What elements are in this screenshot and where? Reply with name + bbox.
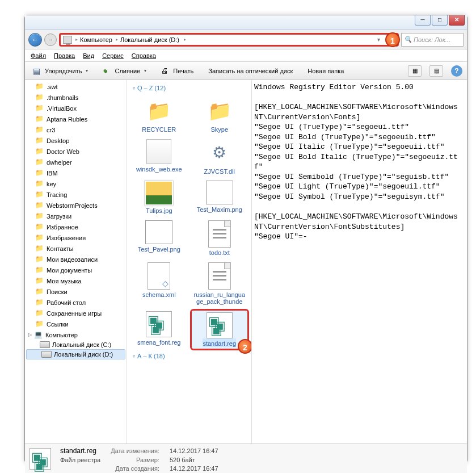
address-bar[interactable]: ▸ Компьютер ▸ Локальный диск (D:) ▸ ▾ ↻ … <box>59 33 399 47</box>
nav-forward-button[interactable]: → <box>44 34 57 46</box>
sidebar-item[interactable]: Избранное <box>25 221 127 232</box>
date-modified-value: 14.12.2017 16:47 <box>170 447 218 454</box>
close-button[interactable]: ✕ <box>449 15 465 26</box>
file-item[interactable]: Test_Maxim.png <box>190 178 250 217</box>
folder-icon <box>35 255 44 263</box>
folder-icon <box>35 115 44 123</box>
sidebar-item-label: .thumbnails <box>47 94 78 101</box>
sidebar-item[interactable]: IBM <box>25 168 127 178</box>
print-button[interactable]: Печать <box>158 65 197 77</box>
file-icon <box>206 181 233 204</box>
sidebar-item[interactable]: cr3 <box>25 124 127 135</box>
folder-icon <box>35 298 44 307</box>
menu-help[interactable]: Справка <box>132 52 156 59</box>
file-item[interactable]: schema.xml <box>129 260 189 308</box>
folder-icon <box>35 125 44 134</box>
new-folder-button[interactable]: Новая папка <box>304 66 347 76</box>
file-item[interactable]: Tulips.jpg <box>129 178 189 217</box>
sidebar-item[interactable]: Моя музыка <box>25 275 127 286</box>
file-item[interactable]: standart.reg2 <box>190 309 250 351</box>
file-item[interactable]: Test_Pavel.png <box>129 218 189 259</box>
sidebar-item[interactable]: Doctor Web <box>25 146 127 157</box>
sidebar-item-label: Aptana Rubles <box>47 116 87 123</box>
sidebar-item[interactable]: Мои документы <box>25 265 127 275</box>
sidebar-item[interactable]: Сохраненные игры <box>25 308 127 319</box>
folder-icon <box>35 233 44 242</box>
menu-file[interactable]: Файл <box>31 52 46 59</box>
folder-icon <box>35 309 44 317</box>
file-item[interactable]: ZJVCST.dll <box>190 137 250 178</box>
minimize-button[interactable]: ─ <box>415 15 431 26</box>
sidebar-item[interactable]: .swt <box>25 81 127 92</box>
file-list[interactable]: Q – Z (12) RECYCLERSkypewinsdk_web.exeZJ… <box>127 80 252 443</box>
sidebar-item[interactable]: Desktop <box>25 135 127 146</box>
file-item[interactable]: russian_ru_language_pack_thunde <box>190 260 250 308</box>
menu-view[interactable]: Вид <box>83 52 94 59</box>
folder-icon <box>35 212 44 220</box>
file-item[interactable]: winsdk_web.exe <box>129 137 189 178</box>
menubar: Файл Правка Вид Сервис Справка <box>25 49 467 62</box>
size-label: Размер: <box>111 457 159 463</box>
sidebar-item-label: Локальный диск (D:) <box>54 351 113 358</box>
sidebar-item-label: Мои документы <box>47 267 92 274</box>
group-header-qz[interactable]: Q – Z (12) <box>129 82 249 95</box>
sidebar-item-label: Контакты <box>47 245 74 252</box>
sidebar-item[interactable]: key <box>25 178 127 189</box>
sidebar-item[interactable]: Поиски <box>25 286 127 297</box>
views-button[interactable]: ▦ <box>408 65 422 77</box>
sidebar-item[interactable]: dwhelper <box>25 157 127 168</box>
sidebar-item[interactable]: Контакты <box>25 243 127 254</box>
sidebar-item-label: cr3 <box>47 127 55 133</box>
sidebar-item[interactable]: Aptana Rubles <box>25 114 127 124</box>
sidebar-item[interactable]: Загрузки <box>25 211 127 221</box>
file-label: standart.reg <box>203 338 236 348</box>
folder-icon <box>35 287 44 296</box>
sidebar-computer[interactable]: ▷Компьютер <box>25 329 127 340</box>
date-created-label: Дата создания: <box>111 465 159 472</box>
search-icon: 🔍 <box>404 36 412 43</box>
group-header-ak[interactable]: А – К (18) <box>129 350 249 363</box>
sidebar-item[interactable]: .VirtualBox <box>25 103 127 114</box>
merge-button[interactable]: Слияние <box>99 65 150 77</box>
organize-button[interactable]: Упорядочить <box>30 65 91 77</box>
nav-back-button[interactable]: ← <box>28 33 42 47</box>
file-item[interactable]: Skype <box>190 95 250 136</box>
sidebar-item-label: Ссылки <box>47 321 69 328</box>
folder-icon <box>35 201 44 210</box>
file-item[interactable]: todo.txt <box>190 218 250 259</box>
sidebar-item[interactable]: Ссылки <box>25 319 127 329</box>
navigation-tree[interactable]: .swt.thumbnails.VirtualBoxAptana Rublesc… <box>25 80 127 443</box>
breadcrumb-computer[interactable]: ▸ Компьютер <box>75 36 112 43</box>
sidebar-item[interactable]: Мои видеозаписи <box>25 254 127 265</box>
sidebar-item[interactable]: Рабочий стол <box>25 297 127 308</box>
address-dropdown[interactable]: ▾ <box>375 36 382 43</box>
search-input[interactable]: 🔍 Поиск: Лок... <box>401 33 464 47</box>
toolbar: Упорядочить Слияние Печать Записать на о… <box>25 62 467 80</box>
file-icon <box>146 311 172 337</box>
sidebar-item-label: key <box>47 181 56 187</box>
size-value: 520 байт <box>170 457 218 463</box>
breadcrumb-drive[interactable]: ▸ Локальный диск (D:) ▸ <box>116 36 186 43</box>
help-button[interactable]: ? <box>451 65 462 77</box>
sidebar-item[interactable]: Tracing <box>25 189 127 200</box>
sidebar-item[interactable]: WebstormProjects <box>25 200 127 211</box>
sidebar-item-label: Моя музыка <box>47 278 82 284</box>
computer-icon <box>63 36 72 44</box>
file-item[interactable]: smena_font.reg <box>129 309 189 351</box>
menu-service[interactable]: Сервис <box>102 52 124 59</box>
selected-filetype: Файл реестра <box>60 457 100 463</box>
annotation-marker-1: 1 <box>385 32 400 47</box>
sidebar-drive-c[interactable]: Локальный диск (C:) <box>25 340 127 349</box>
sidebar-item[interactable]: Изображения <box>25 232 127 243</box>
sidebar-item[interactable]: .thumbnails <box>25 92 127 103</box>
preview-pane-button[interactable]: ▤ <box>429 65 443 77</box>
explorer-window: ─ □ ✕ ← → ▸ Компьютер ▸ Локальный диск (… <box>24 15 467 463</box>
sidebar-item-label: Загрузки <box>47 213 71 220</box>
file-item[interactable]: RECYCLER <box>129 95 189 136</box>
print-icon <box>161 66 170 76</box>
burn-button[interactable]: Записать на оптический диск <box>205 66 296 76</box>
titlebar: ─ □ ✕ <box>25 15 467 30</box>
menu-edit[interactable]: Правка <box>54 52 75 59</box>
sidebar-drive-d[interactable]: Локальный диск (D:) <box>26 349 125 359</box>
maximize-button[interactable]: □ <box>432 15 448 26</box>
